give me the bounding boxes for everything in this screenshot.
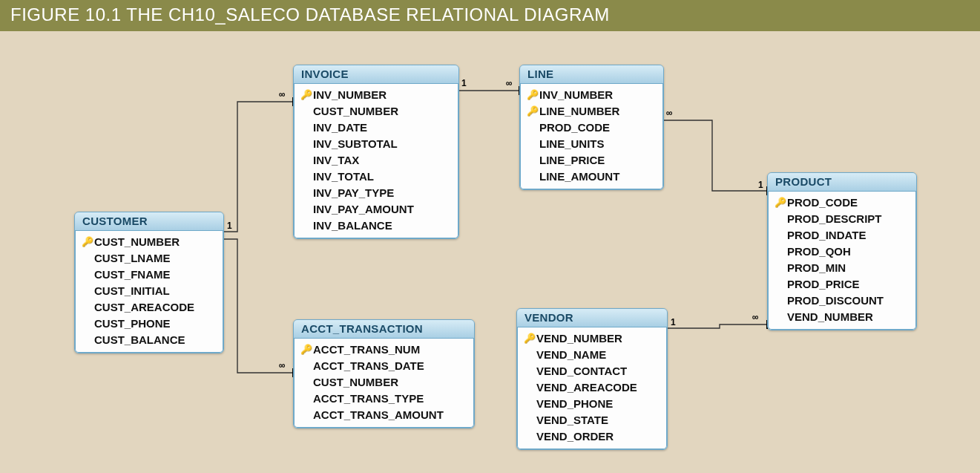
field-name: ACCT_TRANS_TYPE bbox=[313, 391, 424, 406]
primary-key-icon: 🔑 bbox=[526, 104, 539, 119]
field-name: INV_TOTAL bbox=[313, 169, 374, 184]
field-name: ACCT_TRANS_AMOUNT bbox=[313, 408, 444, 423]
field-name: VEND_AREACODE bbox=[536, 380, 637, 395]
entity-title: PRODUCT bbox=[768, 173, 916, 192]
field-name: PROD_INDATE bbox=[787, 228, 866, 243]
entity-fields: 🔑PROD_CODEPROD_DESCRIPTPROD_INDATEPROD_Q… bbox=[768, 192, 916, 330]
field-row[interactable]: 🔑CUST_NUMBER bbox=[79, 234, 219, 250]
field-row[interactable]: LINE_UNITS bbox=[524, 136, 659, 152]
field-row[interactable]: 🔑PROD_CODE bbox=[772, 195, 912, 211]
field-name: INV_NUMBER bbox=[313, 88, 387, 102]
cardinality-label: ∞ bbox=[279, 360, 286, 371]
field-row[interactable]: INV_TAX bbox=[298, 152, 454, 169]
field-row[interactable]: CUST_PHONE bbox=[79, 316, 219, 332]
field-name: VEND_ORDER bbox=[536, 429, 614, 444]
field-name: LINE_UNITS bbox=[539, 137, 605, 151]
field-name: VEND_NUMBER bbox=[787, 310, 873, 324]
field-row[interactable]: VEND_STATE bbox=[522, 412, 662, 428]
field-row[interactable]: 🔑INV_NUMBER bbox=[524, 87, 659, 103]
field-row[interactable]: CUST_LNAME bbox=[79, 250, 219, 267]
cardinality-label: 1 bbox=[671, 317, 676, 327]
entity-title: CUSTOMER bbox=[75, 212, 223, 231]
field-name: ACCT_TRANS_DATE bbox=[313, 359, 424, 373]
field-row[interactable]: LINE_PRICE bbox=[524, 152, 659, 169]
field-name: VEND_NAME bbox=[536, 348, 606, 362]
field-name: PROD_DISCOUNT bbox=[787, 293, 884, 308]
field-row[interactable]: CUST_BALANCE bbox=[79, 332, 219, 348]
field-name: PROD_DESCRIPT bbox=[787, 212, 882, 226]
field-name: INV_TAX bbox=[313, 153, 359, 168]
field-name: INV_PAY_TYPE bbox=[313, 186, 394, 200]
entity-acct-transaction[interactable]: ACCT_TRANSACTION 🔑ACCT_TRANS_NUMACCT_TRA… bbox=[293, 319, 475, 428]
field-name: CUST_INITIAL bbox=[94, 284, 170, 299]
entity-line[interactable]: LINE 🔑INV_NUMBER🔑LINE_NUMBERPROD_CODELIN… bbox=[519, 65, 664, 190]
entity-title: ACCT_TRANSACTION bbox=[294, 320, 474, 339]
entity-fields: 🔑INV_NUMBERCUST_NUMBERINV_DATEINV_SUBTOT… bbox=[294, 84, 458, 238]
field-row[interactable]: INV_PAY_TYPE bbox=[298, 185, 454, 201]
field-row[interactable]: PROD_PRICE bbox=[772, 276, 912, 293]
field-row[interactable]: CUST_NUMBER bbox=[298, 103, 454, 120]
field-name: CUST_AREACODE bbox=[94, 300, 194, 315]
field-row[interactable]: CUST_FNAME bbox=[79, 267, 219, 283]
field-row[interactable]: ACCT_TRANS_DATE bbox=[298, 358, 470, 374]
field-row[interactable]: VEND_PHONE bbox=[522, 396, 662, 412]
field-row[interactable]: INV_TOTAL bbox=[298, 169, 454, 185]
field-row[interactable]: PROD_INDATE bbox=[772, 227, 912, 244]
field-name: LINE_NUMBER bbox=[539, 104, 619, 119]
field-name: LINE_AMOUNT bbox=[539, 169, 619, 184]
field-row[interactable]: PROD_DESCRIPT bbox=[772, 211, 912, 227]
field-row[interactable]: INV_SUBTOTAL bbox=[298, 136, 454, 152]
field-name: INV_PAY_AMOUNT bbox=[313, 202, 414, 217]
field-row[interactable]: INV_PAY_AMOUNT bbox=[298, 201, 454, 218]
entity-invoice[interactable]: INVOICE 🔑INV_NUMBERCUST_NUMBERINV_DATEIN… bbox=[293, 65, 459, 239]
field-row[interactable]: 🔑VEND_NUMBER bbox=[522, 330, 662, 347]
entity-vendor[interactable]: VENDOR 🔑VEND_NUMBERVEND_NAMEVEND_CONTACT… bbox=[516, 308, 668, 450]
field-row[interactable]: 🔑INV_NUMBER bbox=[298, 87, 454, 103]
field-name: CUST_BALANCE bbox=[94, 333, 185, 348]
field-row[interactable]: INV_BALANCE bbox=[298, 218, 454, 234]
field-name: VEND_STATE bbox=[536, 413, 608, 428]
field-row[interactable]: VEND_NAME bbox=[522, 347, 662, 363]
field-row[interactable]: LINE_AMOUNT bbox=[524, 169, 659, 185]
field-name: CUST_FNAME bbox=[94, 267, 171, 282]
primary-key-icon: 🔑 bbox=[526, 88, 539, 102]
field-name: PROD_CODE bbox=[787, 195, 858, 210]
primary-key-icon: 🔑 bbox=[300, 342, 313, 357]
field-name: PROD_PRICE bbox=[787, 277, 860, 292]
entity-title: VENDOR bbox=[517, 309, 667, 327]
field-name: CUST_LNAME bbox=[94, 251, 171, 266]
entity-product[interactable]: PRODUCT 🔑PROD_CODEPROD_DESCRIPTPROD_INDA… bbox=[767, 172, 917, 330]
entity-fields: 🔑VEND_NUMBERVEND_NAMEVEND_CONTACTVEND_AR… bbox=[517, 327, 667, 449]
field-row[interactable]: VEND_AREACODE bbox=[522, 379, 662, 396]
cardinality-label: ∞ bbox=[752, 312, 759, 322]
field-name: INV_NUMBER bbox=[539, 88, 613, 102]
field-row[interactable]: CUST_AREACODE bbox=[79, 299, 219, 316]
field-row[interactable]: PROD_QOH bbox=[772, 244, 912, 260]
field-name: VEND_PHONE bbox=[536, 397, 613, 411]
field-row[interactable]: VEND_CONTACT bbox=[522, 363, 662, 379]
entity-fields: 🔑CUST_NUMBERCUST_LNAMECUST_FNAMECUST_INI… bbox=[75, 231, 223, 353]
field-name: CUST_NUMBER bbox=[313, 375, 398, 390]
field-row[interactable]: PROD_MIN bbox=[772, 260, 912, 276]
cardinality-label: 1 bbox=[758, 180, 763, 190]
field-row[interactable]: ACCT_TRANS_TYPE bbox=[298, 391, 470, 407]
entity-fields: 🔑ACCT_TRANS_NUMACCT_TRANS_DATECUST_NUMBE… bbox=[294, 339, 474, 428]
field-row[interactable]: ACCT_TRANS_AMOUNT bbox=[298, 407, 470, 423]
field-row[interactable]: PROD_CODE bbox=[524, 120, 659, 136]
field-row[interactable]: CUST_INITIAL bbox=[79, 283, 219, 299]
field-row[interactable]: PROD_DISCOUNT bbox=[772, 293, 912, 309]
figure-title: FIGURE 10.1 THE CH10_SALECO DATABASE REL… bbox=[0, 0, 980, 31]
field-name: VEND_NUMBER bbox=[536, 331, 622, 346]
field-row[interactable]: INV_DATE bbox=[298, 120, 454, 136]
entity-fields: 🔑INV_NUMBER🔑LINE_NUMBERPROD_CODELINE_UNI… bbox=[520, 84, 663, 189]
diagram-canvas: 1 ∞ ∞ 1 ∞ ∞ 1 1 ∞ CUSTOMER 🔑CUST_NUMBERC… bbox=[0, 31, 980, 473]
field-name: PROD_QOH bbox=[787, 244, 851, 259]
field-row[interactable]: 🔑LINE_NUMBER bbox=[524, 103, 659, 120]
entity-customer[interactable]: CUSTOMER 🔑CUST_NUMBERCUST_LNAMECUST_FNAM… bbox=[74, 212, 224, 353]
field-row[interactable]: CUST_NUMBER bbox=[298, 374, 470, 391]
cardinality-label: ∞ bbox=[506, 78, 513, 88]
field-row[interactable]: VEND_NUMBER bbox=[772, 309, 912, 325]
field-name: PROD_CODE bbox=[539, 120, 610, 135]
field-row[interactable]: 🔑ACCT_TRANS_NUM bbox=[298, 342, 470, 358]
field-row[interactable]: VEND_ORDER bbox=[522, 428, 662, 445]
